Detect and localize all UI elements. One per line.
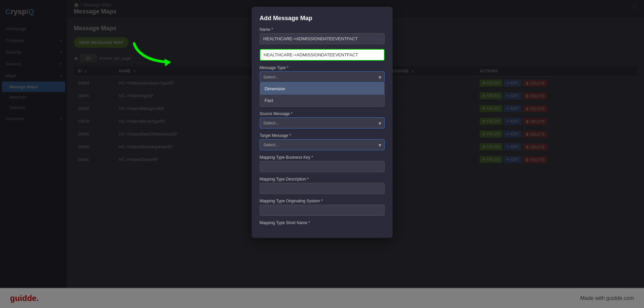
mapping-short-name-group: Mapping Type Short Name * bbox=[260, 220, 385, 225]
message-type-dropdown: Dimension Fact bbox=[260, 83, 385, 107]
target-message-group: Target Message * Select... ▾ bbox=[260, 133, 385, 150]
mapping-description-label: Mapping Type Description * bbox=[260, 177, 385, 182]
name-field-group: Name * bbox=[260, 27, 385, 44]
message-type-group: Message Type * Select... ▾ Dimension Fac… bbox=[260, 65, 385, 107]
source-message-group: Source Message * Select... ▾ bbox=[260, 111, 385, 129]
message-type-label: Message Type * bbox=[260, 65, 385, 70]
mapping-business-key-group: Mapping Type Business Key * bbox=[260, 155, 385, 172]
target-message-label: Target Message * bbox=[260, 133, 385, 138]
target-message-select[interactable]: Select... bbox=[260, 139, 385, 150]
dropdown-item-fact[interactable]: Fact bbox=[260, 95, 384, 106]
add-message-map-modal: Add Message Map Name * Message Type * Se… bbox=[252, 7, 393, 238]
mapping-originating-group: Mapping Type Originating System * bbox=[260, 199, 385, 216]
source-message-label: Source Message * bbox=[260, 111, 385, 116]
highlighted-value-group bbox=[260, 49, 385, 61]
dropdown-item-dimension[interactable]: Dimension bbox=[260, 83, 384, 95]
mapping-originating-label: Mapping Type Originating System * bbox=[260, 199, 385, 203]
source-message-select[interactable]: Select... bbox=[260, 117, 385, 129]
mapping-business-key-label: Mapping Type Business Key * bbox=[260, 155, 385, 160]
mapping-short-name-label: Mapping Type Short Name * bbox=[260, 220, 385, 225]
modal-title: Add Message Map bbox=[260, 15, 385, 22]
name-input[interactable] bbox=[260, 33, 385, 44]
message-type-select[interactable]: Select... bbox=[260, 71, 385, 83]
mapping-business-key-input[interactable] bbox=[260, 161, 385, 172]
mapping-originating-input[interactable] bbox=[260, 205, 385, 216]
mapping-description-input[interactable] bbox=[260, 183, 385, 194]
name-label: Name * bbox=[260, 27, 385, 32]
mapping-description-group: Mapping Type Description * bbox=[260, 177, 385, 194]
highlighted-name-input[interactable] bbox=[260, 49, 385, 61]
